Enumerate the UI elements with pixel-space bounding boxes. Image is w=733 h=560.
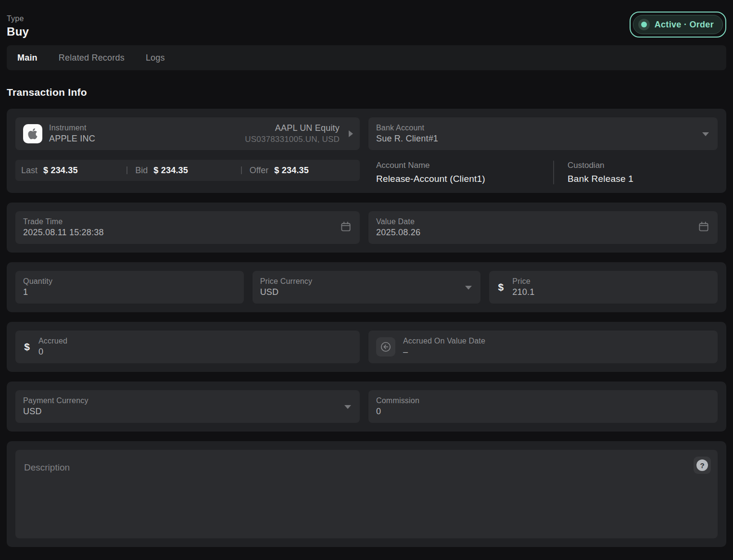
instrument-isin: US0378331005.UN, USD <box>245 135 340 144</box>
description-section: Description ? <box>7 441 726 547</box>
accrued-label: Accrued <box>38 337 67 345</box>
quote-divider <box>241 166 242 174</box>
question-mark-icon: ? <box>696 459 708 471</box>
quote-divider <box>126 166 127 174</box>
quote-last-label: Last <box>21 165 38 176</box>
accrued-value: 0 <box>38 347 67 357</box>
tab-related-records[interactable]: Related Records <box>59 53 125 63</box>
instrument-ticker: AAPL UN Equity <box>245 123 340 133</box>
accrued-on-value-date-label: Accrued On Value Date <box>403 337 485 345</box>
instrument-field[interactable]: Instrument APPLE INC AAPL UN Equity US03… <box>15 117 360 150</box>
quote-offer-value: $ 234.35 <box>274 165 309 176</box>
value-date-value: 2025.08.26 <box>376 228 710 238</box>
quantity-label: Quantity <box>23 277 236 286</box>
accrued-on-value-date-field: Accrued On Value Date – <box>368 331 718 363</box>
bank-account-select[interactable]: Bank Account Sue R. Client#1 <box>368 117 718 150</box>
tab-logs[interactable]: Logs <box>146 53 165 63</box>
quote-last-value: $ 234.35 <box>43 165 78 176</box>
status-badge-label: Active · Order <box>655 20 714 30</box>
payment-currency-select[interactable]: Payment Currency USD <box>15 390 360 423</box>
account-info-row: Account Name Release-Account (Client1) C… <box>368 161 718 184</box>
quantity-value: 1 <box>23 287 236 297</box>
calendar-icon[interactable] <box>340 220 352 235</box>
trade-time-label: Trade Time <box>23 217 352 226</box>
page-header: Type Buy Active · Order <box>7 7 726 45</box>
price-currency-value: USD <box>260 287 473 297</box>
payment-currency-value: USD <box>23 407 352 417</box>
price-currency-label: Price Currency <box>260 277 473 286</box>
quote-offer-label: Offer <box>250 165 269 176</box>
quantity-field[interactable]: Quantity 1 <box>15 271 244 304</box>
quote-bid: Bid $ 234.35 <box>134 165 240 176</box>
commission-label: Commission <box>376 396 710 405</box>
type-value: Buy <box>7 25 29 38</box>
dollar-icon: $ <box>497 281 505 293</box>
instrument-label: Instrument <box>49 124 95 132</box>
apple-logo-icon <box>23 124 42 143</box>
status-pill: Active · Order <box>633 15 723 34</box>
type-label: Type <box>7 14 29 23</box>
dates-section: Trade Time 2025.08.11 15:28:38 Value Dat… <box>7 203 726 253</box>
custodian-block: Custodian Bank Release 1 <box>568 161 633 184</box>
commission-field[interactable]: Commission 0 <box>368 390 718 423</box>
trade-time-value: 2025.08.11 15:28:38 <box>23 228 352 238</box>
instrument-name: APPLE INC <box>49 134 95 144</box>
accrued-field[interactable]: $ Accrued 0 <box>15 331 360 363</box>
section-title: Transaction Info <box>7 87 726 98</box>
trade-time-field[interactable]: Trade Time 2025.08.11 15:28:38 <box>15 211 360 244</box>
chevron-down-icon <box>465 286 472 290</box>
quote-bid-value: $ 234.35 <box>153 165 188 176</box>
custodian-label: Custodian <box>568 161 633 170</box>
tab-bar: Main Related Records Logs <box>7 45 726 70</box>
price-field[interactable]: $ Price 210.1 <box>489 271 718 304</box>
bank-account-label: Bank Account <box>376 124 710 132</box>
bank-account-value: Sue R. Client#1 <box>376 134 710 144</box>
chevron-right-icon[interactable] <box>349 130 353 137</box>
payment-currency-label: Payment Currency <box>23 396 352 405</box>
status-badge[interactable]: Active · Order <box>630 12 726 38</box>
description-placeholder: Description <box>24 462 70 472</box>
account-name-value: Release-Account (Client1) <box>376 174 540 184</box>
price-value: 210.1 <box>512 287 534 297</box>
value-date-label: Value Date <box>376 217 710 226</box>
custodian-value: Bank Release 1 <box>568 174 633 184</box>
status-dot-icon <box>638 19 650 30</box>
payment-section: Payment Currency USD Commission 0 <box>7 382 726 432</box>
commission-value: 0 <box>376 407 710 417</box>
arrow-left-circle-icon[interactable] <box>376 337 395 356</box>
quote-bid-label: Bid <box>135 165 148 176</box>
quote-last: Last $ 234.35 <box>20 165 126 176</box>
vertical-divider <box>553 161 554 184</box>
dollar-icon: $ <box>23 341 31 353</box>
account-name-label: Account Name <box>376 161 540 170</box>
instrument-bank-section: Instrument APPLE INC AAPL UN Equity US03… <box>7 109 726 193</box>
calendar-icon[interactable] <box>697 220 710 235</box>
order-type-block: Type Buy <box>7 11 29 38</box>
accrued-on-value-date-value: – <box>403 347 485 357</box>
quantity-price-section: Quantity 1 Price Currency USD $ Price 21… <box>7 262 726 312</box>
chevron-down-icon <box>344 405 351 409</box>
chevron-down-icon <box>702 132 709 136</box>
tab-main[interactable]: Main <box>17 53 38 63</box>
accrued-section: $ Accrued 0 Accrued On Value Date – <box>7 322 726 372</box>
quote-offer: Offer $ 234.35 <box>249 165 355 176</box>
account-name-block: Account Name Release-Account (Client1) <box>376 161 540 184</box>
help-button[interactable]: ? <box>694 457 711 474</box>
value-date-field[interactable]: Value Date 2025.08.26 <box>368 211 718 244</box>
price-label: Price <box>512 277 534 286</box>
quotes-bar: Last $ 234.35 Bid $ 234.35 Offer $ 234.3… <box>15 160 360 181</box>
price-currency-select[interactable]: Price Currency USD <box>253 271 481 304</box>
description-input[interactable]: Description ? <box>15 450 718 538</box>
